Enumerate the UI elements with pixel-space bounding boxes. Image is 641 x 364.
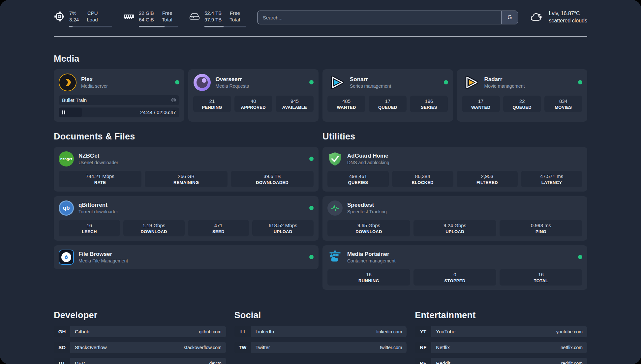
app-card-filebrowser[interactable]: File Browser Media File Management: [54, 245, 319, 269]
stat-queued: 22QUEUED: [503, 96, 541, 112]
now-playing-row: Bullet Train: [59, 95, 179, 105]
memory-free-value: 22 GiB: [139, 10, 154, 16]
links-group-social: Social LI LinkedIn linkedin.com TW Twitt…: [234, 310, 407, 364]
cpu-load-label: Load: [87, 16, 98, 23]
stat-stopped: 0STOPPED: [413, 269, 496, 286]
adguard-icon: [327, 151, 343, 167]
link-name: LinkedIn: [256, 329, 274, 334]
memory-free-label: Free: [162, 10, 172, 16]
link-row-youtube[interactable]: YT YouTube youtube.com: [415, 326, 587, 337]
memory-metric: 22 GiB 64 GiB Free Total: [123, 10, 178, 27]
links-group-entertainment: Entertainment YT YouTube youtube.com NF …: [415, 310, 587, 364]
link-row-reddit[interactable]: RE Reddit reddit.com: [415, 358, 587, 364]
stat-movies: 834MOVIES: [544, 96, 582, 112]
link-abbr: YT: [415, 326, 431, 337]
cpu-load-value: 3.24: [69, 16, 79, 23]
header-divider: [54, 36, 587, 37]
cloud-icon: [529, 11, 544, 24]
status-dot: [175, 80, 179, 84]
storage-total-label: Total: [229, 16, 240, 23]
app-subtitle: Media Requests: [216, 83, 249, 89]
app-card-plex[interactable]: Plex Media server Bullet Train: [54, 69, 184, 122]
app-subtitle: Container management: [347, 258, 395, 263]
weather-widget: Lviv, 16.87°C scattered clouds: [529, 10, 587, 24]
app-card-qbittorrent[interactable]: qb qBittorrent Torrent downloader 16LEEC…: [54, 196, 319, 241]
link-name: StackOverflow: [75, 345, 107, 350]
memory-usage-bar-fill: [139, 26, 165, 27]
cpu-usage-bar: [69, 26, 112, 27]
app-card-sonarr[interactable]: Sonarr Series management 485WANTED 17QUE…: [322, 69, 453, 122]
radarr-icon: [462, 74, 480, 91]
stat-available: 945AVAILABLE: [276, 96, 314, 112]
link-row-twitter[interactable]: TW Twitter twitter.com: [234, 342, 407, 353]
app-subtitle: Speedtest Tracking: [347, 209, 387, 214]
overseerr-icon: [193, 74, 211, 91]
session-gear-icon: [171, 98, 176, 103]
link-url: linkedin.com: [377, 329, 402, 334]
link-row-stackoverflow[interactable]: SO StackOverflow stackoverflow.com: [54, 342, 226, 353]
link-abbr: LI: [234, 326, 251, 337]
link-row-dev[interactable]: DT DEV dev.to: [54, 358, 226, 364]
stat-download: 9.65 GbpsDOWNLOAD: [327, 220, 410, 236]
sonarr-icon: [327, 74, 345, 91]
app-card-radarr[interactable]: Radarr Movie management 17WANTED 22QUEUE…: [457, 69, 588, 122]
playback-time: 24:44 / 02:06:47: [140, 109, 176, 115]
link-name: Github: [75, 329, 89, 334]
storage-usage-bar-fill: [204, 26, 224, 27]
stat-wanted: 17WANTED: [462, 96, 500, 112]
app-card-overseerr[interactable]: Overseerr Media Requests 21PENDING 40APP…: [188, 69, 319, 122]
link-row-github[interactable]: GH Github github.com: [54, 326, 226, 337]
plex-icon: [59, 74, 76, 91]
app-subtitle: Media File Management: [78, 258, 128, 263]
link-row-netflix[interactable]: NF Netflix netflix.com: [415, 342, 587, 353]
search-provider-button[interactable]: G: [501, 11, 518, 24]
top-bar: 7% 3.24 CPU Load: [54, 10, 587, 27]
stat-running: 16RUNNING: [327, 269, 410, 286]
links-group-developer: Developer GH Github github.com SO StackO…: [54, 310, 226, 364]
link-name: DEV: [75, 360, 85, 364]
app-name: Plex: [81, 76, 108, 83]
link-abbr: TW: [234, 342, 251, 353]
app-card-adguard[interactable]: AdGuard Home DNS and adblocking 498,461Q…: [322, 147, 587, 192]
stat-ping: 0.993 msPING: [500, 220, 582, 236]
status-dot: [309, 255, 314, 259]
app-card-nzbget[interactable]: nzbget NZBGet Usenet downloader 744.21 M…: [54, 147, 319, 192]
dashboard: 7% 3.24 CPU Load: [0, 0, 641, 364]
status-dot: [578, 80, 582, 84]
status-dot: [309, 80, 314, 84]
section-title-documents: Documents & Files: [54, 132, 319, 142]
app-card-portainer[interactable]: Media Portainer Container management 16R…: [322, 245, 587, 290]
stat-seed: 471SEED: [188, 220, 249, 236]
speedtest-icon: [327, 200, 343, 216]
search-input[interactable]: [258, 11, 501, 24]
cpu-metric: 7% 3.24 CPU Load: [54, 10, 112, 27]
storage-free-label: Free: [229, 10, 240, 16]
app-name: File Browser: [78, 251, 128, 258]
link-row-linkedin[interactable]: LI LinkedIn linkedin.com: [234, 326, 407, 337]
link-url: reddit.com: [561, 361, 583, 364]
link-name: Netflix: [436, 345, 450, 350]
stat-upload: 618.52 MbpsUPLOAD: [252, 220, 314, 236]
app-name: Media Portainer: [347, 251, 395, 258]
filebrowser-icon: [59, 250, 74, 265]
link-abbr: NF: [415, 342, 431, 353]
app-name: Sonarr: [350, 76, 391, 83]
app-card-speedtest[interactable]: Speedtest Speedtest Tracking 9.65 GbpsDO…: [322, 196, 587, 241]
stat-upload: 9.24 GbpsUPLOAD: [413, 220, 496, 236]
memory-total-value: 64 GiB: [139, 16, 154, 23]
link-abbr: SO: [54, 342, 70, 353]
playback-progress-bar: 24:44 / 02:06:47: [59, 107, 179, 117]
link-name: Reddit: [436, 360, 450, 364]
link-abbr: GH: [54, 326, 70, 337]
link-url: github.com: [199, 329, 221, 334]
section-title-developer: Developer: [54, 310, 226, 320]
status-dot: [578, 255, 582, 259]
link-abbr: RE: [415, 358, 431, 364]
app-subtitle: Usenet downloader: [78, 160, 118, 165]
link-url: dev.to: [209, 361, 222, 364]
link-url: youtube.com: [556, 329, 583, 334]
link-abbr: DT: [54, 358, 70, 364]
now-playing-title: Bullet Train: [62, 97, 87, 103]
app-name: Overseerr: [216, 76, 249, 83]
stat-downloaded: 39.6 TBDOWNLOADED: [231, 171, 314, 187]
